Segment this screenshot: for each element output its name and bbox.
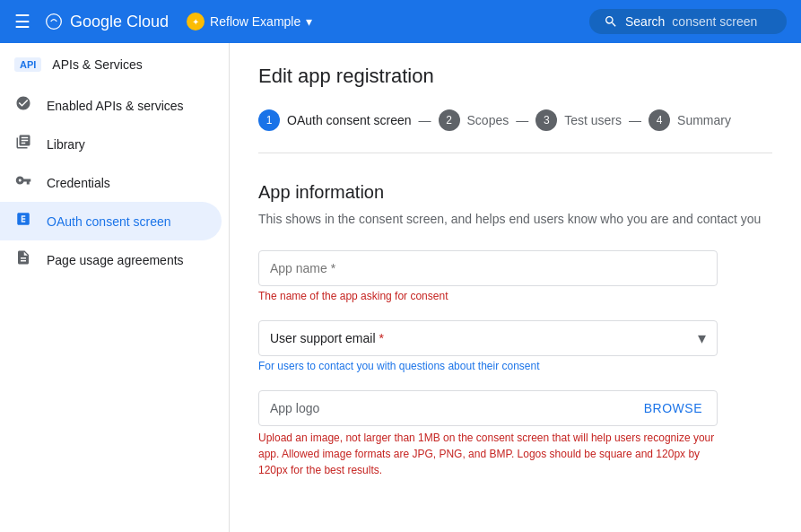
user-support-email-select[interactable]: User support email * ▾ xyxy=(258,320,718,356)
sidebar-item-enabled-apis[interactable]: Enabled APIs & services xyxy=(0,86,229,125)
step-divider-2: — xyxy=(516,113,528,127)
user-support-email-label: User support email * xyxy=(270,331,384,345)
sidebar-item-credentials[interactable]: Credentials xyxy=(0,163,229,202)
app-logo-label: App logo xyxy=(259,394,330,423)
page-title: Edit app registration xyxy=(258,65,772,88)
sidebar-item-page-usage-label: Page usage agreements xyxy=(47,253,184,267)
step-1: 1 OAuth consent screen xyxy=(258,109,412,131)
dropdown-arrow-icon: ▾ xyxy=(698,328,706,348)
search-label: Search xyxy=(625,14,665,29)
step-3: 3 Test users xyxy=(535,109,622,131)
app-name-input[interactable] xyxy=(258,250,718,286)
step-divider-1: — xyxy=(419,113,431,127)
step-4-label: Summary xyxy=(677,113,731,127)
sidebar-item-oauth-consent[interactable]: OAuth consent screen xyxy=(0,202,222,240)
app-name-hint: The name of the app asking for consent xyxy=(258,290,772,302)
project-icon: ✦ xyxy=(187,13,205,31)
step-3-circle: 3 xyxy=(535,109,557,131)
step-1-circle: 1 xyxy=(258,109,280,131)
sidebar-item-credentials-label: Credentials xyxy=(47,176,110,190)
sidebar-item-page-usage[interactable]: Page usage agreements xyxy=(0,240,229,279)
header: ☰ Google Cloud ✦ Reflow Example ▾ Search… xyxy=(0,0,801,43)
step-2-label: Scopes xyxy=(467,113,509,127)
enabled-apis-icon xyxy=(14,95,32,116)
step-2-circle: 2 xyxy=(439,109,460,131)
api-badge: API xyxy=(14,57,41,72)
project-name: Reflow Example xyxy=(210,14,300,29)
app-logo-wrapper: App logo BROWSE xyxy=(258,390,718,426)
menu-icon[interactable]: ☰ xyxy=(14,11,30,32)
user-support-email-hint: For users to contact you with questions … xyxy=(258,360,772,372)
project-dropdown-icon: ▾ xyxy=(306,14,312,29)
app-logo-hint: Upload an image, not larger than 1MB on … xyxy=(258,430,718,478)
search-hint: consent screen xyxy=(672,14,757,29)
step-divider-3: — xyxy=(629,113,641,127)
svg-point-0 xyxy=(47,14,62,30)
layout: API APIs & Services Enabled APIs & servi… xyxy=(0,43,801,532)
step-3-label: Test users xyxy=(564,113,622,127)
sidebar-item-library[interactable]: Library xyxy=(0,125,229,163)
logo-text: Google Cloud xyxy=(70,13,169,31)
sidebar: API APIs & Services Enabled APIs & servi… xyxy=(0,43,230,532)
stepper: 1 OAuth consent screen — 2 Scopes — 3 Te… xyxy=(258,109,772,153)
step-1-label: OAuth consent screen xyxy=(287,113,412,127)
google-cloud-logo-icon xyxy=(45,13,63,31)
credentials-icon xyxy=(14,172,32,193)
sidebar-header: API APIs & Services xyxy=(0,50,229,86)
sidebar-title: APIs & Services xyxy=(52,57,142,72)
main-content: Edit app registration 1 OAuth consent sc… xyxy=(230,43,801,532)
browse-button[interactable]: BROWSE xyxy=(630,394,717,423)
library-icon xyxy=(14,134,32,154)
app-logo-field: App logo BROWSE Upload an image, not lar… xyxy=(258,390,772,478)
search-icon xyxy=(604,14,618,29)
section-description: This shows in the consent screen, and he… xyxy=(258,210,772,229)
step-2: 2 Scopes xyxy=(439,109,509,131)
project-selector[interactable]: ✦ Reflow Example ▾ xyxy=(187,13,312,31)
oauth-consent-icon xyxy=(14,211,32,231)
step-4: 4 Summary xyxy=(649,109,731,131)
sidebar-item-enabled-apis-label: Enabled APIs & services xyxy=(47,99,184,113)
sidebar-item-oauth-consent-label: OAuth consent screen xyxy=(47,214,171,229)
step-4-circle: 4 xyxy=(649,109,670,131)
app-name-field: The name of the app asking for consent xyxy=(258,250,772,302)
page-usage-icon xyxy=(14,249,32,270)
user-support-email-field: User support email * ▾ For users to cont… xyxy=(258,320,772,372)
section-title: App information xyxy=(258,182,772,203)
sidebar-item-library-label: Library xyxy=(47,137,85,152)
header-logo: Google Cloud xyxy=(45,13,169,31)
search-bar[interactable]: Search consent screen xyxy=(589,9,787,34)
